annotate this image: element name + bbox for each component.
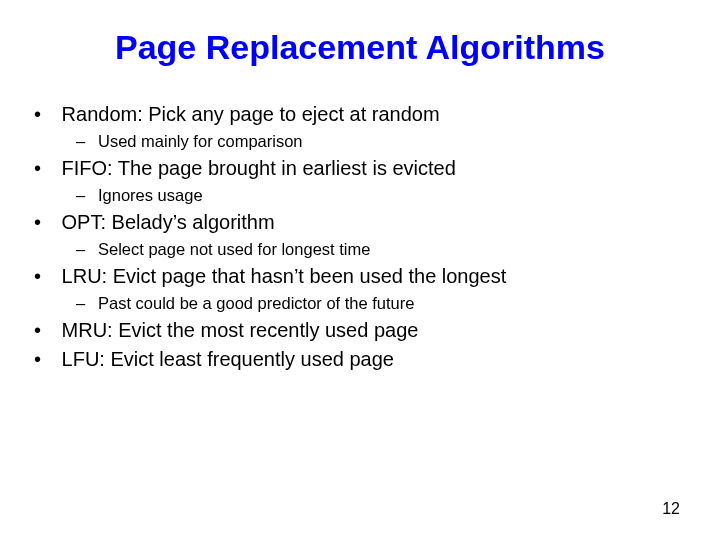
list-item: LFU: Evict least frequently used page: [56, 348, 684, 371]
list-item-text: FIFO: The page brought in earliest is ev…: [62, 157, 456, 179]
sub-list-item: Ignores usage: [98, 186, 684, 205]
sub-list-item: Past could be a good predictor of the fu…: [98, 294, 684, 313]
sub-list: Ignores usage: [56, 186, 684, 205]
list-item-text: Random: Pick any page to eject at random: [62, 103, 440, 125]
sub-list: Used mainly for comparison: [56, 132, 684, 151]
list-item-text: LRU: Evict page that hasn’t been used th…: [62, 265, 507, 287]
list-item-text: OPT: Belady’s algorithm: [62, 211, 275, 233]
bullet-list: Random: Pick any page to eject at random…: [36, 103, 684, 371]
list-item: LRU: Evict page that hasn’t been used th…: [56, 265, 684, 313]
sub-list: Past could be a good predictor of the fu…: [56, 294, 684, 313]
list-item: Random: Pick any page to eject at random…: [56, 103, 684, 151]
page-number: 12: [662, 500, 680, 518]
list-item: OPT: Belady’s algorithm Select page not …: [56, 211, 684, 259]
list-item-text: LFU: Evict least frequently used page: [62, 348, 394, 370]
list-item: MRU: Evict the most recently used page: [56, 319, 684, 342]
slide-title: Page Replacement Algorithms: [36, 28, 684, 67]
list-item: FIFO: The page brought in earliest is ev…: [56, 157, 684, 205]
sub-list-item: Select page not used for longest time: [98, 240, 684, 259]
list-item-text: MRU: Evict the most recently used page: [62, 319, 419, 341]
sub-list-item: Used mainly for comparison: [98, 132, 684, 151]
sub-list: Select page not used for longest time: [56, 240, 684, 259]
